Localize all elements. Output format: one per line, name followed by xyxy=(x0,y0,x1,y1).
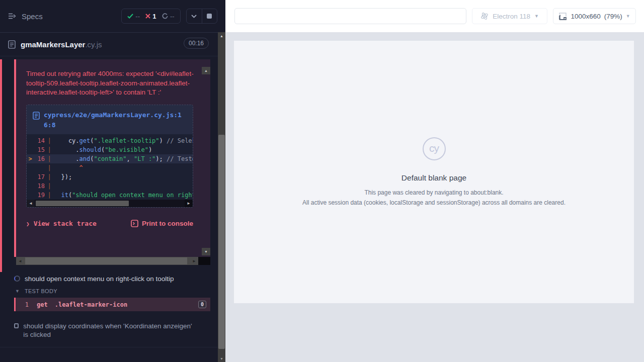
pending-test-row[interactable]: should display coordinates when 'Koordin… xyxy=(14,322,195,339)
code-line: 15| .should("be.visible") xyxy=(27,145,193,154)
view-stack-trace-button[interactable]: ❯View stack trace xyxy=(26,220,97,227)
error-actions: ❯View stack trace Print to console xyxy=(26,220,193,227)
viewport-selector[interactable]: 1000x660 (79%) ▼ xyxy=(553,8,636,24)
app-under-test-panel: Electron 118 ▼ 1000x660 (79%) ▼ cy Defau… xyxy=(225,0,644,362)
chevron-down-icon: ▼ xyxy=(15,289,20,294)
url-input[interactable] xyxy=(234,8,466,24)
command-message: .leaflet-marker-icon xyxy=(55,301,128,308)
zoom-label: (79%) xyxy=(604,13,622,20)
viewport-label: 1000x660 xyxy=(571,13,600,20)
spec-duration-badge: 00:16 xyxy=(184,38,209,49)
aut-iframe: cy Default blank page This page was clea… xyxy=(234,41,634,303)
spec-file-icon xyxy=(8,40,16,49)
blank-page-message: cy Default blank page This page was clea… xyxy=(302,137,566,207)
viewport-ruler-icon xyxy=(558,13,567,20)
scroll-up-icon[interactable]: ▲ xyxy=(218,32,225,39)
reporter-panel: Specs -- 1 -- xyxy=(0,0,225,362)
scroll-right-icon[interactable]: ► xyxy=(190,257,198,265)
aut-toolbar: Electron 118 ▼ 1000x660 (79%) ▼ xyxy=(225,0,644,32)
specs-label: Specs xyxy=(22,12,43,21)
spec-name: gmaMarkersLayer.cy.js xyxy=(21,40,102,49)
code-line: 18| xyxy=(27,182,193,191)
code-line: 17| }); xyxy=(27,172,193,182)
scroll-down-icon[interactable]: ▼ xyxy=(218,355,225,362)
scroll-left-icon[interactable]: ◄ xyxy=(16,257,24,265)
stop-run-button[interactable] xyxy=(202,9,217,23)
specs-list-icon xyxy=(8,13,17,20)
file-icon xyxy=(33,112,40,130)
code-line: | ^ xyxy=(27,163,193,172)
stop-icon xyxy=(207,14,212,19)
scrollbar-corner xyxy=(198,257,210,265)
restart-icon xyxy=(162,13,168,19)
blank-page-line1: This page was cleared by navigating to a… xyxy=(302,189,566,197)
test-title: should display coordinates when 'Koordin… xyxy=(23,322,195,339)
reporter-vertical-scrollbar[interactable]: ▲ ▼ xyxy=(218,32,225,362)
command-count-badge: 0 xyxy=(198,301,206,308)
console-icon xyxy=(131,220,138,227)
stat-pending: -- xyxy=(162,13,175,20)
code-line: 19| it("should open context menu on righ… xyxy=(27,191,193,200)
command-method: get xyxy=(37,301,48,308)
spec-header: gmaMarkersLayer.cy.js 00:16 xyxy=(0,33,218,56)
running-test-row[interactable]: should open context menu on right-click … xyxy=(14,275,174,283)
run-controls xyxy=(186,9,217,24)
specs-menu-button[interactable]: Specs xyxy=(8,12,43,21)
electron-icon xyxy=(480,12,489,20)
reporter-scrollbar-thumb[interactable] xyxy=(218,135,225,349)
aut-stage: cy Default blank page This page was clea… xyxy=(225,32,644,362)
check-icon xyxy=(127,14,133,19)
error-message: Timed out retrying after 4000ms: expecte… xyxy=(26,69,199,98)
collapse-all-button[interactable] xyxy=(187,9,202,23)
reporter-header: Specs -- 1 -- xyxy=(0,0,218,33)
chevron-down-icon xyxy=(191,15,197,18)
browser-label: Electron 118 xyxy=(493,13,530,20)
chevron-down-icon: ▼ xyxy=(534,14,539,19)
error-display: Timed out retrying after 4000ms: expecte… xyxy=(14,59,210,257)
stat-passed: -- xyxy=(127,13,140,20)
blank-page-line2: All active session data (cookies, localS… xyxy=(302,199,566,207)
error-scroll-down-icon[interactable]: ▼ xyxy=(202,248,210,255)
stat-failed: 1 xyxy=(145,13,156,20)
reporter-content-end-divider xyxy=(0,347,218,347)
command-number: 1 xyxy=(16,301,29,308)
error-scrollbar-thumb[interactable] xyxy=(25,257,187,264)
code-frame: cypress/e2e/gmaMarkersLayer.cy.js:16:8 1… xyxy=(26,105,193,208)
test-stats: -- 1 -- xyxy=(121,9,181,24)
error-scroll-up-icon[interactable]: ▲ xyxy=(202,67,210,74)
code-line: >16| .and("contain", "LT :"); // Teste xyxy=(27,154,193,163)
code-horizontal-scrollbar[interactable]: ◄ ► xyxy=(27,200,193,207)
running-spinner-icon xyxy=(14,276,20,282)
cross-icon xyxy=(145,14,150,19)
failed-attempt-bar xyxy=(0,59,2,272)
chevron-down-icon: ▼ xyxy=(626,14,630,19)
code-scrollbar-thumb[interactable] xyxy=(36,201,129,206)
print-to-console-button[interactable]: Print to console xyxy=(131,220,193,227)
test-body-toggle[interactable]: ▼ TEST BODY xyxy=(15,288,57,294)
scroll-left-icon[interactable]: ◄ xyxy=(27,200,35,207)
error-horizontal-scrollbar[interactable]: ◄ ► xyxy=(16,257,198,265)
error-file-link[interactable]: cypress/e2e/gmaMarkersLayer.cy.js:16:8 xyxy=(27,105,193,134)
command-row[interactable]: 1 get .leaflet-marker-icon 0 xyxy=(14,298,210,311)
cypress-logo: cy xyxy=(423,137,446,160)
scroll-right-icon[interactable]: ► xyxy=(185,200,193,207)
code-line: 14| cy.get(".leaflet-tooltip") // Selek xyxy=(27,136,193,145)
chevron-right-icon: ❯ xyxy=(26,221,30,227)
browser-selector[interactable]: Electron 118 ▼ xyxy=(472,8,547,24)
blank-page-title: Default blank page xyxy=(302,173,566,183)
pending-test-icon xyxy=(14,323,19,328)
code-lines: 14| cy.get(".leaflet-tooltip") // Selek1… xyxy=(27,134,193,200)
test-title: should open context menu on right-click … xyxy=(25,275,174,283)
